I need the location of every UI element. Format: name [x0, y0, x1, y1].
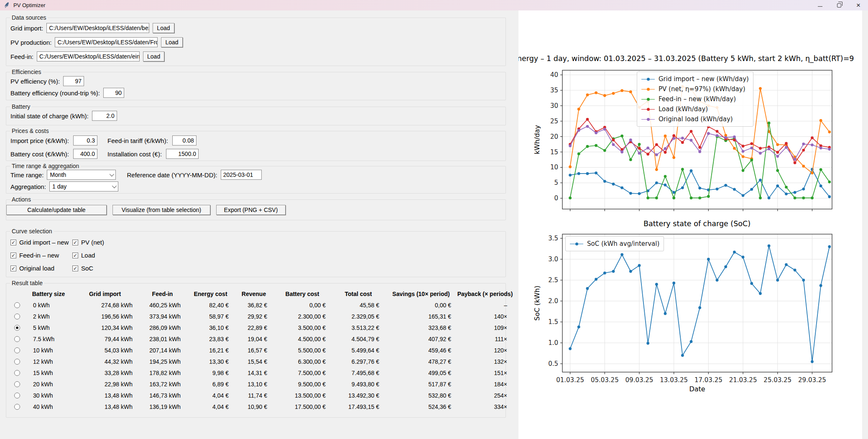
- svg-text:25.03.25: 25.03.25: [763, 376, 791, 384]
- row-radio-button[interactable]: [14, 336, 20, 342]
- legend-marker-icon: [641, 79, 655, 80]
- battery-efficiency-input[interactable]: 90: [103, 88, 124, 98]
- calculate-update-table-button[interactable]: Calculate/update table: [6, 205, 107, 215]
- table-row[interactable]: 10 kWh54,03 kWh207,14 kWh16,21 €16,57 €5…: [9, 345, 503, 356]
- legend-marker-icon: [641, 99, 655, 100]
- data-source-path-input[interactable]: C:/Users/EW/Desktop/iLESS/daten/bezug: [46, 23, 149, 33]
- price-field-input[interactable]: 0.3: [73, 135, 97, 145]
- group-actions: Actions Calculate/update table Visualize…: [6, 199, 506, 220]
- data-source-row: Feed-in:C:/Users/EW/Desktop/iLESS/daten/…: [10, 51, 501, 62]
- row-radio-button[interactable]: [14, 370, 20, 376]
- table-row[interactable]: 0 kWh274,68 kWh460,25 kWh82,40 €36,82 €0…: [9, 299, 503, 311]
- load-button[interactable]: Load: [153, 23, 174, 33]
- table-cell: 11,74 €: [235, 392, 273, 399]
- curve-row: ✓Original load✓SoC: [10, 262, 104, 275]
- table-cell: 178,82 kWh: [138, 370, 186, 376]
- row-radio-button[interactable]: [14, 314, 20, 319]
- svg-text:1.0: 1.0: [548, 339, 558, 347]
- curve-checkbox-item[interactable]: ✓PV (net): [72, 239, 104, 246]
- table-cell: 22,98 kWh: [71, 381, 138, 388]
- pv-efficiency-input[interactable]: 97: [63, 76, 84, 86]
- curve-checkbox-item[interactable]: ✓Grid import – new: [10, 239, 69, 246]
- curve-checkbox-label: PV (net): [81, 239, 104, 246]
- table-cell: 136,19 kWh: [138, 403, 186, 410]
- row-radio-button[interactable]: [14, 302, 20, 308]
- table-row[interactable]: 12 kWh44,32 kWh194,25 kWh13,30 €15,54 €6…: [9, 356, 503, 367]
- result-table-header: Battery sizeGrid importFeed-inEnergy cos…: [9, 288, 503, 299]
- price-field-input[interactable]: 400.0: [73, 149, 97, 159]
- table-cell: 29,92 €: [235, 313, 273, 320]
- chevron-down-icon: [110, 172, 114, 176]
- minimize-button[interactable]: [810, 0, 830, 10]
- table-cell: 9.500,00 €: [273, 381, 332, 388]
- column-header: Savings (10× period): [385, 291, 457, 297]
- result-table: Battery sizeGrid importFeed-inEnergy cos…: [9, 288, 503, 412]
- table-cell: 2.329,05 €: [332, 313, 385, 320]
- export-button[interactable]: Export (PNG + CSV): [216, 205, 286, 215]
- curve-checkbox-item[interactable]: ✓Original load: [10, 265, 69, 272]
- data-source-path-input[interactable]: C:/Users/EW/Desktop/iLESS/daten/einspe: [37, 51, 140, 61]
- table-row[interactable]: 2 kWh196,56 kWh373,94 kWh58,97 €29,92 €2…: [9, 311, 503, 322]
- time-range-label: Time range:: [10, 171, 43, 179]
- group-time-range: Time range & aggregation Time range: Mon…: [6, 166, 506, 194]
- curve-checkbox-item[interactable]: ✓Feed-in – new: [10, 252, 69, 259]
- group-label: Actions: [10, 196, 33, 203]
- table-cell: 13,48 kWh: [71, 392, 138, 399]
- column-header: Payback (× periods): [457, 291, 513, 297]
- row-radio-button[interactable]: [14, 404, 20, 410]
- price-field-input[interactable]: 0.08: [172, 135, 197, 145]
- aggregation-label: Aggregation:: [10, 183, 46, 190]
- aggregation-select[interactable]: 1 day: [49, 181, 118, 191]
- table-row[interactable]: 5 kWh120,34 kWh286,09 kWh36,10 €22,89 €3…: [9, 322, 503, 333]
- table-cell: 140×: [457, 313, 513, 320]
- load-button[interactable]: Load: [161, 37, 182, 47]
- row-radio-button[interactable]: [14, 381, 20, 387]
- price-field-input[interactable]: 1500.0: [166, 149, 199, 159]
- time-range-select[interactable]: Month: [47, 170, 116, 180]
- curve-row: ✓Grid import – new✓PV (net): [10, 236, 104, 249]
- table-cell: 524,36 €: [385, 403, 457, 410]
- row-radio-button[interactable]: [14, 325, 20, 331]
- curve-checkbox-item[interactable]: ✓Load: [72, 252, 95, 259]
- group-label: Time range & aggregation: [10, 163, 81, 169]
- group-label: Efficiencies: [10, 69, 43, 75]
- legend-marker-icon: [641, 119, 655, 120]
- close-button[interactable]: ×: [849, 0, 868, 10]
- row-radio-button[interactable]: [14, 393, 20, 398]
- table-row[interactable]: 7.5 kWh79,44 kWh238,01 kWh23,83 €19,04 €…: [9, 333, 503, 345]
- group-data-sources: Data sources Grid import:C:/Users/EW/Des…: [6, 18, 506, 66]
- table-row[interactable]: 40 kWh13,48 kWh136,19 kWh4,04 €10,90 €17…: [9, 401, 503, 412]
- initial-soc-label: Initial state of charge (kWh):: [10, 112, 89, 120]
- curve-checkbox-item[interactable]: ✓SoC: [72, 265, 93, 272]
- group-label: Data sources: [10, 14, 48, 21]
- table-cell: 120×: [457, 347, 513, 354]
- table-cell: 5.499,64 €: [332, 347, 385, 354]
- table-cell: 5.500,00 €: [273, 347, 332, 354]
- svg-text:Date: Date: [689, 385, 705, 393]
- table-cell: 36,82 €: [235, 302, 273, 309]
- svg-text:15: 15: [550, 148, 558, 156]
- restore-button[interactable]: [830, 0, 849, 10]
- table-cell: 79,44 kWh: [71, 336, 138, 342]
- visualize-button[interactable]: Visualize (from table selection): [112, 205, 210, 215]
- pv-efficiency-label: PV efficiency (%):: [10, 78, 60, 85]
- table-cell: 33,28 kWh: [71, 370, 138, 376]
- table-row[interactable]: 15 kWh33,28 kWh178,82 kWh9,98 €14,31 €7.…: [9, 367, 503, 378]
- curve-checkbox-label: Original load: [19, 265, 54, 272]
- row-radio-button[interactable]: [14, 359, 20, 365]
- legend-marker-icon: [641, 89, 655, 90]
- svg-text:10: 10: [550, 163, 558, 171]
- window-title: PV Optimizer: [13, 2, 46, 8]
- table-cell: 16,21 €: [186, 347, 235, 354]
- group-label: Prices & costs: [10, 128, 51, 134]
- legend-label: Load (kWh/day): [659, 105, 708, 113]
- load-button[interactable]: Load: [143, 51, 164, 61]
- table-cell: 146,73 kWh: [138, 392, 186, 399]
- data-source-path-input[interactable]: C:/Users/EW/Desktop/iLESS/daten/Froniu: [55, 37, 158, 47]
- table-row[interactable]: 30 kWh13,48 kWh146,73 kWh4,04 €11,74 €13…: [9, 390, 503, 401]
- initial-soc-input[interactable]: 2.0: [92, 111, 117, 121]
- table-row[interactable]: 20 kWh22,98 kWh163,72 kWh6,89 €13,10 €9.…: [9, 378, 503, 390]
- group-efficiencies: Efficiencies PV efficiency (%): 97 Batte…: [6, 72, 506, 100]
- row-radio-button[interactable]: [14, 347, 20, 353]
- reference-date-input[interactable]: 2025-03-01: [221, 170, 262, 180]
